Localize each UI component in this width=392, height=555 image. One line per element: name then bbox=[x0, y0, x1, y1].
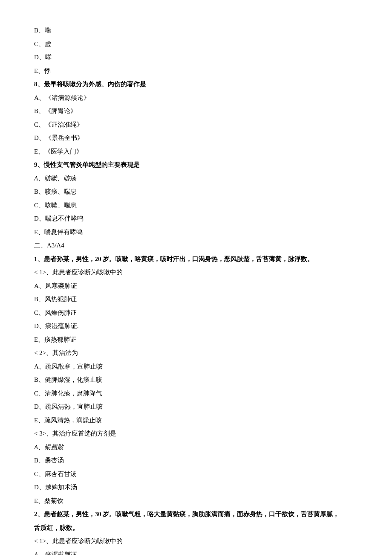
text-line: < 3>、其治疗应首选的方剂是 bbox=[34, 429, 358, 439]
text-line: 8、最早将咳嗽分为外感、内伤的著作是 bbox=[34, 79, 358, 89]
text-line: D、哮 bbox=[34, 52, 358, 62]
text-line: C、咳嗽、喘息 bbox=[34, 200, 358, 210]
text-line: 9、慢性支气管炎单纯型的主要表现是 bbox=[34, 160, 358, 170]
text-line: A、银翘散 bbox=[34, 442, 358, 452]
text-line: E、《医学入门》 bbox=[34, 147, 358, 157]
text-line: D、《景岳全书》 bbox=[34, 133, 358, 143]
document-page: B、喘C、虚D、哮E、悸8、最早将咳嗽分为外感、内伤的著作是A、《诸病源候论》B… bbox=[0, 0, 392, 555]
text-line: 二、A3/A4 bbox=[34, 241, 358, 250]
text-line: C、麻杏石甘汤 bbox=[34, 469, 358, 479]
text-line: E、桑菊饮 bbox=[34, 496, 358, 506]
text-line: A、《诸病源候论》 bbox=[34, 93, 358, 103]
text-line: B、风热犯肺证 bbox=[34, 294, 358, 304]
text-line: 舌质红，脉数。 bbox=[34, 523, 358, 533]
text-line: E、痰热郁肺证 bbox=[34, 335, 358, 345]
text-line: E、悸 bbox=[34, 66, 358, 76]
text-line: B、咳痰、喘息 bbox=[34, 187, 358, 197]
text-line: B、喘 bbox=[34, 26, 358, 35]
text-line: 1、患者孙某，男性，20 岁。咳嗽，咯黄痰，咳时汗出，口渴身热，恶风肢楚，舌苔薄… bbox=[34, 254, 358, 264]
text-line: < 2>、其治法为 bbox=[34, 348, 358, 358]
text-line: B、桑杏汤 bbox=[34, 456, 358, 465]
text-line: E、喘息伴有哮鸣 bbox=[34, 227, 358, 237]
text-line: 2、患者赵某，男性，30 岁。咳嗽气粗，咯大量黄黏痰，胸肋胀满而痛，面赤身热，口… bbox=[34, 509, 358, 519]
text-line: D、痰湿蕴肺证. bbox=[34, 321, 358, 331]
text-line: C、《证治准绳》 bbox=[34, 120, 358, 130]
text-line: A、痰湿蕴肺证 bbox=[34, 550, 358, 555]
text-line: A、疏风散寒，宣肺止咳 bbox=[34, 362, 358, 372]
text-line: C、风燥伤肺证 bbox=[34, 308, 358, 318]
text-line: D、疏风清热，宜肺止咳 bbox=[34, 402, 358, 412]
text-line: C、清肺化痰，肃肺降气 bbox=[34, 389, 358, 398]
text-line: < 1>、此患者应诊断为咳嗽中的 bbox=[34, 267, 358, 277]
text-line: < 1>、此患者应诊断为咳嗽中的 bbox=[34, 536, 358, 546]
text-line: B、健脾燥湿，化痰止咳 bbox=[34, 375, 358, 385]
text-line: A、咳嗽、咳痰 bbox=[34, 174, 358, 183]
text-line: D、喘息不伴哮鸣 bbox=[34, 214, 358, 224]
text-line: A、风寒袭肺证 bbox=[34, 281, 358, 291]
text-line: B、《脾胃论》 bbox=[34, 106, 358, 116]
text-line: D、越婢加术汤 bbox=[34, 482, 358, 492]
text-line: C、虚 bbox=[34, 39, 358, 49]
text-line: E、疏风清热，润燥止咳 bbox=[34, 416, 358, 425]
